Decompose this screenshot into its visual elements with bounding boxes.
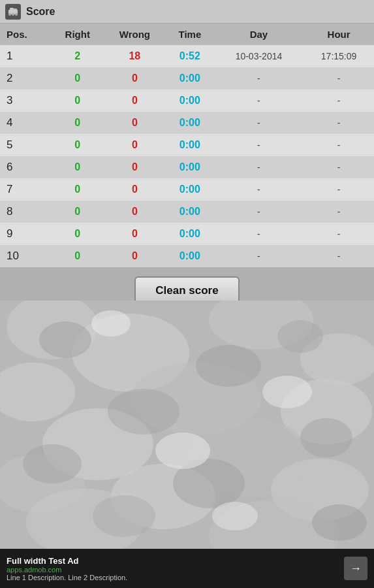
ad-description: Line 1 Description. Line 2 Description. <box>7 574 344 581</box>
table-row: 9000:00-- <box>0 223 374 245</box>
table-cell-2: 0 <box>104 67 166 90</box>
table-row: 7000:00-- <box>0 178 374 201</box>
table-cell-2: 0 <box>104 156 166 178</box>
svg-point-24 <box>108 389 179 434</box>
col-header-wrong: Wrong <box>104 24 166 45</box>
table-cell-3: 0:00 <box>166 201 214 223</box>
table-cell-5: - <box>304 223 374 245</box>
svg-point-30 <box>91 310 131 336</box>
svg-point-28 <box>93 495 155 537</box>
table-row: 6000:00-- <box>0 156 374 178</box>
table-body: 12180:5210-03-201417:15:092000:00--3000:… <box>0 45 374 267</box>
table-cell-2: 0 <box>104 178 166 201</box>
table-cell-1: 0 <box>52 112 104 134</box>
table-cell-5: - <box>304 245 374 267</box>
table-cell-1: 0 <box>52 90 104 112</box>
svg-point-29 <box>312 504 367 541</box>
table-cell-0: 2 <box>0 67 52 90</box>
table-row: 5000:00-- <box>0 134 374 156</box>
table-cell-0: 7 <box>0 178 52 201</box>
table-cell-4: - <box>214 201 304 223</box>
table-cell-4: - <box>214 112 304 134</box>
col-header-pos: Pos. <box>0 24 52 45</box>
svg-point-22 <box>196 345 261 387</box>
table-cell-1: 0 <box>52 67 104 90</box>
col-header-time: Time <box>166 24 214 45</box>
table-cell-4: - <box>214 223 304 245</box>
table-row: 12180:5210-03-201417:15:09 <box>0 45 374 67</box>
ad-banner: Full width Test Ad apps.admob.com Line 1… <box>0 549 374 588</box>
table-cell-5: - <box>304 156 374 178</box>
table-cell-3: 0:00 <box>166 178 214 201</box>
ad-arrow-button[interactable]: → <box>344 557 367 580</box>
table-cell-0: 6 <box>0 156 52 178</box>
svg-point-32 <box>155 433 210 469</box>
table-cell-0: 3 <box>0 90 52 112</box>
svg-point-33 <box>212 502 258 531</box>
table-cell-2: 0 <box>104 223 166 245</box>
table-cell-3: 0:00 <box>166 245 214 267</box>
table-cell-2: 0 <box>104 112 166 134</box>
table-cell-4: - <box>214 178 304 201</box>
table-cell-4: - <box>214 90 304 112</box>
table-cell-4: 10-03-2014 <box>214 45 304 67</box>
score-area: Pos. Right Wrong Time Day Hour 12180:521… <box>0 24 374 267</box>
svg-point-5 <box>15 13 18 16</box>
ad-title: Full width Test Ad <box>7 556 344 566</box>
table-cell-0: 4 <box>0 112 52 134</box>
table-cell-4: - <box>214 245 304 267</box>
table-row: 2000:00-- <box>0 67 374 90</box>
table-cell-1: 0 <box>52 156 104 178</box>
table-row: 10000:00-- <box>0 245 374 267</box>
table-cell-4: - <box>214 156 304 178</box>
table-cell-3: 0:00 <box>166 134 214 156</box>
svg-point-23 <box>277 320 323 353</box>
col-header-hour: Hour <box>304 24 374 45</box>
svg-point-31 <box>262 376 312 408</box>
table-cell-2: 0 <box>104 245 166 267</box>
table-row: 3000:00-- <box>0 90 374 112</box>
table-cell-1: 0 <box>52 245 104 267</box>
table-cell-2: 0 <box>104 201 166 223</box>
table-cell-5: 17:15:09 <box>304 45 374 67</box>
svg-point-3 <box>8 13 11 16</box>
table-cell-5: - <box>304 134 374 156</box>
table-row: 4000:00-- <box>0 112 374 134</box>
table-cell-0: 10 <box>0 245 52 267</box>
tank-icon <box>5 4 21 20</box>
table-cell-5: - <box>304 178 374 201</box>
svg-point-21 <box>39 321 91 358</box>
table-cell-5: - <box>304 201 374 223</box>
col-header-right: Right <box>52 24 104 45</box>
table-cell-5: - <box>304 67 374 90</box>
svg-point-25 <box>300 418 352 457</box>
score-table: Pos. Right Wrong Time Day Hour 12180:521… <box>0 24 374 267</box>
table-row: 8000:00-- <box>0 201 374 223</box>
table-cell-1: 0 <box>52 134 104 156</box>
table-cell-3: 0:00 <box>166 156 214 178</box>
table-cell-3: 0:00 <box>166 67 214 90</box>
table-cell-3: 0:52 <box>166 45 214 67</box>
table-cell-0: 5 <box>0 134 52 156</box>
table-cell-5: - <box>304 112 374 134</box>
table-cell-1: 2 <box>52 45 104 67</box>
page-title: Score <box>26 6 55 18</box>
camo-svg <box>0 301 374 549</box>
svg-point-26 <box>23 444 82 483</box>
table-cell-0: 8 <box>0 201 52 223</box>
table-cell-1: 0 <box>52 178 104 201</box>
title-bar: Score <box>0 0 374 24</box>
table-cell-1: 0 <box>52 223 104 245</box>
svg-rect-2 <box>13 8 17 10</box>
table-cell-0: 9 <box>0 223 52 245</box>
table-cell-4: - <box>214 67 304 90</box>
table-cell-0: 1 <box>0 45 52 67</box>
table-cell-3: 0:00 <box>166 90 214 112</box>
table-header-row: Pos. Right Wrong Time Day Hour <box>0 24 374 45</box>
table-cell-5: - <box>304 90 374 112</box>
col-header-day: Day <box>214 24 304 45</box>
table-cell-1: 0 <box>52 201 104 223</box>
table-cell-2: 0 <box>104 134 166 156</box>
table-cell-2: 18 <box>104 45 166 67</box>
table-cell-2: 0 <box>104 90 166 112</box>
